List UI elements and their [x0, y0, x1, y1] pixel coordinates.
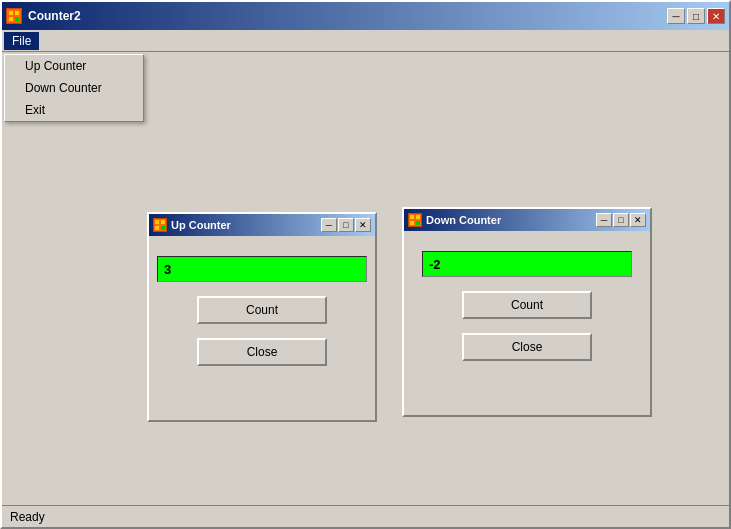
svg-rect-6 [155, 220, 159, 224]
up-counter-maximize[interactable]: □ [338, 218, 354, 232]
status-text: Ready [10, 510, 45, 524]
svg-rect-14 [416, 221, 420, 225]
down-counter-maximize[interactable]: □ [613, 213, 629, 227]
down-counter-close-button[interactable]: Close [462, 333, 592, 361]
svg-rect-8 [155, 226, 159, 230]
app-icon [6, 8, 22, 24]
down-counter-menu-item[interactable]: Down Counter [5, 77, 143, 99]
svg-rect-12 [416, 215, 420, 219]
status-bar: Ready [2, 505, 729, 527]
title-bar: Counter2 ─ □ ✕ [2, 2, 729, 30]
up-counter-title-left: Up Counter [153, 218, 231, 232]
exit-menu-item[interactable]: Exit [5, 99, 143, 121]
down-counter-icon [408, 213, 422, 227]
up-counter-window: Up Counter ─ □ ✕ 3 Count Close [147, 212, 377, 422]
svg-rect-3 [9, 17, 13, 21]
title-bar-left: Counter2 [6, 8, 81, 24]
minimize-button[interactable]: ─ [667, 8, 685, 24]
title-bar-controls: ─ □ ✕ [667, 8, 725, 24]
up-counter-display: 3 [157, 256, 367, 282]
svg-rect-9 [161, 226, 165, 230]
svg-rect-1 [9, 11, 13, 15]
up-counter-count-button[interactable]: Count [197, 296, 327, 324]
main-window: Counter2 ─ □ ✕ File Up Counter Down Coun… [0, 0, 731, 529]
down-counter-close[interactable]: ✕ [630, 213, 646, 227]
down-counter-body: -2 Count Close [404, 231, 650, 381]
window-title: Counter2 [28, 9, 81, 23]
up-counter-minimize[interactable]: ─ [321, 218, 337, 232]
svg-rect-4 [15, 17, 19, 21]
down-counter-title-text: Down Counter [426, 214, 501, 226]
down-counter-window: Down Counter ─ □ ✕ -2 Count Close [402, 207, 652, 417]
svg-rect-11 [410, 215, 414, 219]
up-counter-title-bar: Up Counter ─ □ ✕ [149, 214, 375, 236]
file-menu[interactable]: File [4, 32, 39, 50]
up-counter-close-button[interactable]: Close [197, 338, 327, 366]
up-counter-controls: ─ □ ✕ [321, 218, 371, 232]
file-menu-wrapper: File Up Counter Down Counter Exit [4, 32, 39, 50]
close-button[interactable]: ✕ [707, 8, 725, 24]
up-counter-body: 3 Count Close [149, 236, 375, 386]
down-counter-title-left: Down Counter [408, 213, 501, 227]
down-counter-minimize[interactable]: ─ [596, 213, 612, 227]
up-counter-close[interactable]: ✕ [355, 218, 371, 232]
svg-rect-2 [15, 11, 19, 15]
down-counter-controls: ─ □ ✕ [596, 213, 646, 227]
menu-bar: File Up Counter Down Counter Exit [2, 30, 729, 52]
maximize-button[interactable]: □ [687, 8, 705, 24]
svg-rect-13 [410, 221, 414, 225]
svg-rect-7 [161, 220, 165, 224]
down-counter-title-bar: Down Counter ─ □ ✕ [404, 209, 650, 231]
file-dropdown: Up Counter Down Counter Exit [4, 54, 144, 122]
up-counter-icon [153, 218, 167, 232]
down-counter-count-button[interactable]: Count [462, 291, 592, 319]
up-counter-title-text: Up Counter [171, 219, 231, 231]
down-counter-display: -2 [422, 251, 632, 277]
up-counter-menu-item[interactable]: Up Counter [5, 55, 143, 77]
